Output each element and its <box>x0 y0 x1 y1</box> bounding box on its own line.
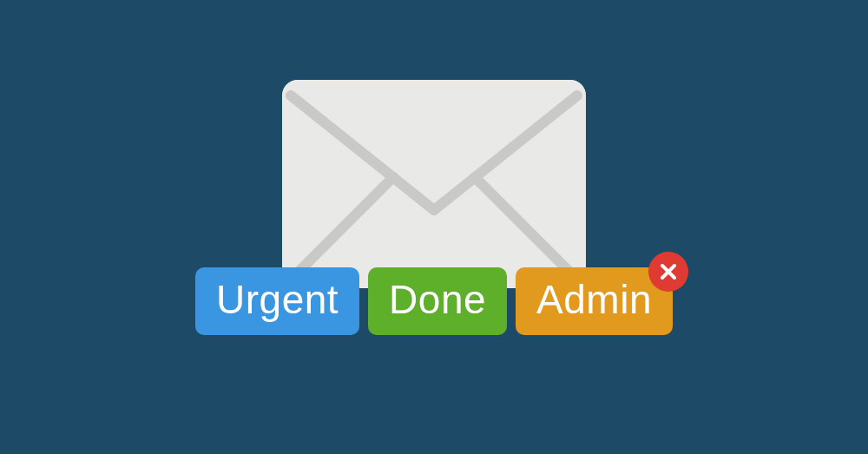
remove-tag-button[interactable] <box>648 252 688 292</box>
svg-rect-0 <box>282 80 586 288</box>
tag-done[interactable]: Done <box>368 267 507 335</box>
tag-admin[interactable]: Admin <box>516 267 673 335</box>
tag-row: Urgent Done Admin <box>195 267 673 335</box>
close-icon <box>660 263 677 280</box>
envelope-svg <box>282 80 586 288</box>
tag-label: Urgent <box>216 277 339 322</box>
tag-urgent[interactable]: Urgent <box>195 267 359 335</box>
tag-label: Admin <box>536 277 652 322</box>
envelope-icon <box>282 80 586 288</box>
illustration-stage: Urgent Done Admin <box>130 71 738 384</box>
tag-label: Done <box>389 277 486 322</box>
